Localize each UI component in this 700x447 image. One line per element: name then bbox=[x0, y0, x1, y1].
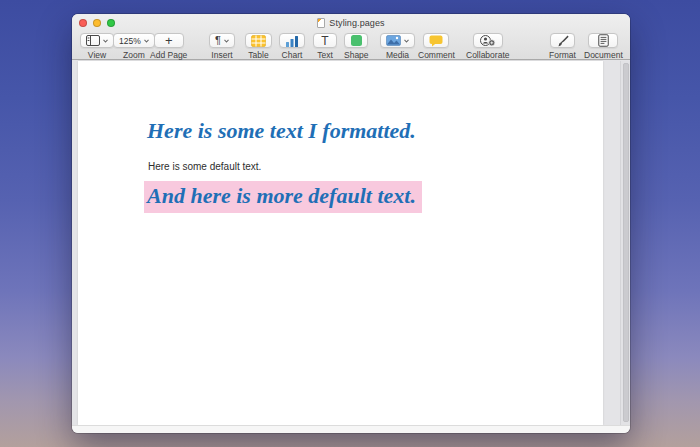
zoom-value: 125% bbox=[119, 36, 141, 46]
toolbar-item-shape: Shape bbox=[344, 33, 369, 60]
plus-icon: + bbox=[165, 34, 173, 47]
zoom-label: Zoom bbox=[123, 50, 145, 60]
toolbar-item-comment: Comment bbox=[418, 33, 455, 60]
shape-button[interactable] bbox=[344, 33, 368, 48]
comment-icon bbox=[429, 35, 443, 47]
view-button[interactable] bbox=[80, 33, 114, 48]
insert-label: Insert bbox=[211, 50, 232, 60]
highlighted-text-line[interactable]: And here is more default text. bbox=[144, 181, 422, 213]
toolbar-item-table: Table bbox=[245, 33, 272, 60]
document-label: Document bbox=[584, 50, 623, 60]
default-text-line[interactable]: Here is some default text. bbox=[148, 161, 261, 172]
view-panes-icon bbox=[86, 35, 100, 46]
document-canvas: Here is some text I formatted. Here is s… bbox=[72, 60, 630, 425]
traffic-lights bbox=[79, 19, 115, 27]
comment-button[interactable] bbox=[423, 33, 449, 48]
scrollbar-thumb[interactable] bbox=[623, 63, 630, 422]
chevron-down-icon bbox=[103, 39, 108, 43]
vertical-scrollbar[interactable] bbox=[620, 61, 630, 425]
pages-window: Styling.pages View bbox=[72, 14, 630, 433]
table-label: Table bbox=[248, 50, 268, 60]
media-label: Media bbox=[386, 50, 409, 60]
chevron-down-icon bbox=[404, 39, 409, 43]
minimize-button[interactable] bbox=[93, 19, 101, 27]
toolbar-item-add-page: + Add Page bbox=[150, 33, 187, 60]
insert-button[interactable]: ¶ bbox=[209, 33, 235, 48]
toolbar-item-zoom: 125% Zoom bbox=[113, 33, 155, 60]
formatted-text-line[interactable]: Here is some text I formatted. bbox=[147, 118, 416, 144]
media-button[interactable] bbox=[380, 33, 415, 48]
highlighted-text[interactable]: And here is more default text. bbox=[144, 181, 422, 213]
shape-icon bbox=[351, 35, 362, 46]
text-button[interactable]: T bbox=[313, 33, 337, 48]
document-button[interactable] bbox=[588, 33, 618, 48]
text-label: Text bbox=[317, 50, 333, 60]
chevron-down-icon bbox=[144, 39, 149, 43]
toolbar-item-chart: Chart bbox=[279, 33, 305, 60]
zoom-button[interactable]: 125% bbox=[113, 33, 155, 48]
toolbar-item-collaborate: Collaborate bbox=[466, 33, 509, 60]
text-icon: T bbox=[321, 35, 328, 47]
chevron-down-icon bbox=[224, 39, 229, 43]
collaborate-button[interactable] bbox=[473, 33, 503, 48]
toolbar: View 125% Zoom + Add Page bbox=[72, 32, 630, 60]
document-icon bbox=[598, 34, 609, 47]
collaborate-icon bbox=[479, 34, 496, 47]
comment-label: Comment bbox=[418, 50, 455, 60]
media-icon bbox=[386, 35, 401, 46]
collaborate-label: Collaborate bbox=[466, 50, 509, 60]
bar-chart-icon bbox=[285, 35, 299, 47]
toolbar-item-format: Format bbox=[549, 33, 576, 60]
paintbrush-icon bbox=[556, 35, 569, 47]
page[interactable]: Here is some text I formatted. Here is s… bbox=[78, 61, 603, 425]
zoom-window-button[interactable] bbox=[107, 19, 115, 27]
toolbar-item-insert: ¶ Insert bbox=[209, 33, 235, 60]
view-label: View bbox=[88, 50, 106, 60]
toolbar-item-media: Media bbox=[380, 33, 415, 60]
pilcrow-icon: ¶ bbox=[215, 35, 221, 46]
document-proxy-icon[interactable] bbox=[317, 18, 325, 28]
toolbar-item-view: View bbox=[80, 33, 114, 60]
add-page-button[interactable]: + bbox=[154, 33, 184, 48]
window-title: Styling.pages bbox=[329, 18, 384, 28]
window-header: Styling.pages View bbox=[72, 14, 630, 60]
close-button[interactable] bbox=[79, 19, 87, 27]
format-label: Format bbox=[549, 50, 576, 60]
titlebar[interactable]: Styling.pages bbox=[72, 14, 630, 32]
toolbar-item-text: T Text bbox=[313, 33, 337, 60]
shape-label: Shape bbox=[344, 50, 369, 60]
chart-button[interactable] bbox=[279, 33, 305, 48]
add-page-label: Add Page bbox=[150, 50, 187, 60]
chart-label: Chart bbox=[282, 50, 303, 60]
toolbar-item-document: Document bbox=[584, 33, 623, 60]
format-button[interactable] bbox=[550, 33, 575, 48]
table-button[interactable] bbox=[245, 33, 272, 48]
table-icon bbox=[251, 35, 266, 47]
window-footer bbox=[72, 425, 630, 433]
desktop-background: Styling.pages View bbox=[0, 0, 700, 447]
